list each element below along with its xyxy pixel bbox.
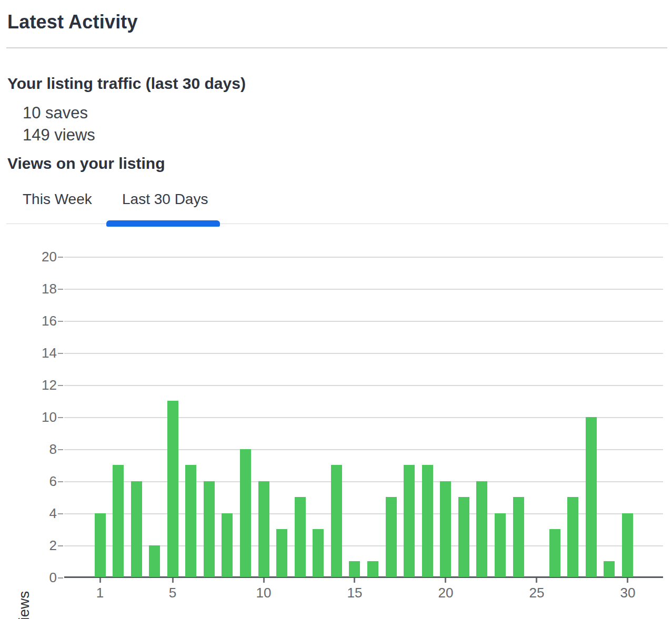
bar-day-23	[495, 513, 506, 577]
bar-day-16	[367, 561, 378, 577]
gridline-y-20	[64, 257, 663, 258]
y-tick-mark-18	[58, 289, 63, 290]
y-tick-label-6: 6	[0, 472, 57, 490]
x-tick-label-30: 30	[604, 584, 651, 602]
y-tick-mark-10	[58, 417, 63, 418]
views-heading: Views on your listing	[7, 154, 165, 173]
bar-day-6	[185, 465, 196, 577]
x-tick-mark-1	[99, 578, 101, 583]
bar-day-20	[440, 481, 451, 577]
y-tick-label-12: 12	[0, 376, 57, 394]
y-tick-mark-16	[58, 321, 63, 322]
y-tick-mark-12	[58, 385, 63, 386]
y-tick-mark-20	[58, 257, 63, 258]
bar-day-1	[95, 513, 106, 577]
y-tick-label-20: 20	[0, 248, 57, 266]
active-tab-indicator	[106, 220, 220, 227]
tab-last-30-days[interactable]: Last 30 Days	[122, 189, 208, 210]
bar-day-2	[113, 465, 124, 577]
x-tick-mark-15	[354, 578, 355, 583]
gridline-y-8	[64, 449, 663, 450]
bar-day-22	[476, 481, 487, 577]
y-tick-mark-2	[58, 545, 63, 546]
bar-day-7	[204, 481, 215, 577]
x-tick-label-25: 25	[513, 584, 560, 602]
x-tick-label-15: 15	[331, 584, 378, 602]
y-tick-label-10: 10	[0, 408, 57, 426]
views-stat: 149 views	[23, 124, 95, 146]
y-tick-mark-0	[58, 577, 63, 579]
bar-day-4	[149, 545, 160, 577]
x-tick-label-1: 1	[76, 584, 124, 602]
bar-day-10	[258, 481, 269, 577]
y-tick-mark-8	[58, 449, 63, 450]
gridline-y-6	[64, 481, 663, 482]
gridline-y-18	[64, 289, 663, 290]
tab-this-week[interactable]: This Week	[23, 189, 92, 210]
bar-day-21	[458, 497, 469, 577]
bar-day-14	[331, 465, 342, 577]
views-bar-chart: 02468101214161820151015202530Number of v…	[0, 231, 672, 619]
x-tick-label-10: 10	[240, 584, 287, 602]
bar-day-5	[167, 401, 178, 577]
y-tick-label-16: 16	[0, 312, 57, 330]
bar-day-24	[513, 497, 524, 577]
y-axis-title: Number of views	[15, 541, 33, 619]
y-tick-mark-6	[58, 481, 63, 482]
bar-day-18	[404, 465, 415, 577]
bar-day-30	[622, 513, 633, 577]
bar-day-28	[586, 417, 597, 577]
saves-stat: 10 saves	[23, 102, 88, 124]
gridline-y-12	[64, 385, 663, 386]
y-tick-mark-4	[58, 513, 63, 514]
bar-day-29	[604, 561, 615, 577]
bar-day-19	[422, 465, 433, 577]
x-tick-label-20: 20	[422, 584, 469, 602]
x-tick-mark-25	[536, 578, 537, 583]
x-tick-mark-10	[263, 578, 265, 583]
header-divider	[6, 47, 667, 48]
bar-day-12	[295, 497, 306, 577]
bar-day-8	[222, 513, 233, 577]
bar-day-17	[386, 497, 397, 577]
x-tick-mark-30	[627, 578, 628, 583]
y-tick-label-8: 8	[0, 440, 57, 458]
gridline-y-14	[64, 353, 663, 354]
traffic-heading: Your listing traffic (last 30 days)	[7, 74, 246, 93]
gridline-y-10	[64, 417, 663, 418]
latest-activity-panel: Latest Activity Your listing traffic (la…	[0, 0, 672, 619]
x-tick-mark-5	[172, 578, 174, 583]
bar-day-15	[349, 561, 360, 577]
gridline-y-16	[64, 321, 663, 322]
y-tick-label-18: 18	[0, 280, 57, 298]
y-tick-label-14: 14	[0, 344, 57, 362]
bar-day-27	[567, 497, 578, 577]
x-tick-label-5: 5	[149, 584, 196, 602]
y-tick-mark-14	[58, 353, 63, 354]
tabs-divider	[6, 224, 668, 224]
bar-day-3	[131, 481, 142, 577]
y-tick-label-4: 4	[0, 504, 57, 522]
bar-day-26	[549, 529, 560, 577]
page-title: Latest Activity	[7, 11, 138, 34]
bar-day-11	[276, 529, 287, 577]
bar-day-9	[240, 449, 251, 577]
x-tick-mark-20	[445, 578, 446, 583]
bar-day-13	[313, 529, 324, 577]
